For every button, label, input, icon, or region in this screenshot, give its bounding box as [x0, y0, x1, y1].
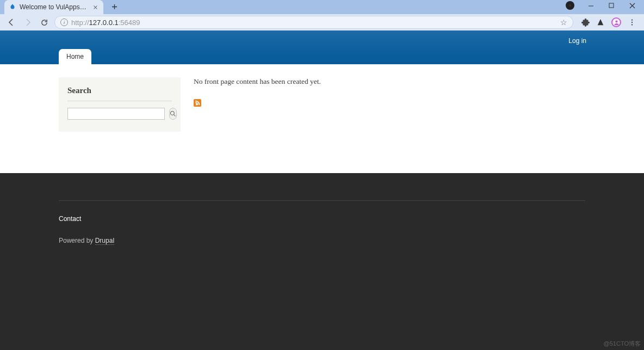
page-viewport: Log in Home Search No front page content… [0, 30, 644, 350]
drupal-favicon [9, 3, 16, 11]
toolbar-right [578, 17, 639, 27]
site-header: Log in Home [0, 30, 644, 64]
extensions-icon[interactable] [581, 18, 590, 27]
search-form [67, 108, 172, 120]
svg-point-5 [171, 112, 175, 115]
search-block: Search [59, 77, 181, 132]
no-content-message: No front page content has been created y… [194, 77, 644, 86]
main-content: No front page content has been created y… [194, 77, 644, 173]
footer-inner: Contact Powered by Drupal [59, 173, 585, 244]
tab-home[interactable]: Home [59, 49, 91, 64]
tab-close-icon[interactable] [91, 3, 99, 11]
browser-toolbar: i http://127.0.0.1:56489 ☆ [0, 14, 644, 30]
search-heading: Search [67, 86, 172, 101]
profile-avatar[interactable] [611, 17, 621, 27]
nav-forward-button[interactable] [22, 16, 34, 28]
browser-tab[interactable]: Welcome to VulApps_Drupal_ [4, 0, 103, 14]
primary-tabs: Home [59, 49, 91, 64]
svg-point-4 [631, 24, 633, 25]
nav-reload-button[interactable] [38, 16, 50, 28]
url-text: http://127.0.0.1:56489 [71, 19, 140, 27]
page-body: Search No front page content has been cr… [0, 64, 644, 173]
powered-prefix: Powered by [59, 237, 95, 244]
window-minimize-icon[interactable] [586, 1, 595, 10]
site-info-icon[interactable]: i [60, 19, 68, 26]
address-bar[interactable]: i http://127.0.0.1:56489 ☆ [54, 16, 573, 29]
svg-rect-0 [609, 3, 614, 8]
search-input[interactable] [67, 108, 165, 120]
contact-link[interactable]: Contact [59, 215, 81, 223]
window-maximize-icon[interactable] [607, 1, 616, 10]
drupal-link[interactable]: Drupal [95, 237, 114, 245]
browser-titlebar: Welcome to VulApps_Drupal_ ▾ [0, 0, 644, 14]
extension-badge-icon[interactable]: ▾ [566, 1, 574, 10]
chrome-menu-icon[interactable] [628, 18, 636, 27]
rss-feed-icon[interactable] [194, 99, 201, 107]
search-submit-button[interactable] [169, 108, 177, 120]
powered-by: Powered by Drupal [59, 237, 585, 244]
nav-back-button[interactable] [5, 16, 17, 28]
svg-point-2 [631, 19, 633, 20]
footer-divider [59, 200, 585, 201]
extension-icon[interactable] [596, 18, 605, 27]
tab-title: Welcome to VulApps_Drupal_ [20, 3, 88, 11]
svg-point-3 [631, 22, 633, 23]
new-tab-button[interactable] [108, 0, 121, 13]
sidebar: Search [59, 77, 181, 173]
bookmark-star-icon[interactable]: ☆ [560, 18, 567, 27]
window-controls: ▾ [566, 0, 644, 10]
site-footer: Contact Powered by Drupal [0, 173, 644, 350]
window-close-icon[interactable] [628, 1, 636, 10]
search-icon [170, 110, 176, 117]
svg-point-1 [615, 20, 617, 22]
login-link[interactable]: Log in [568, 37, 586, 45]
